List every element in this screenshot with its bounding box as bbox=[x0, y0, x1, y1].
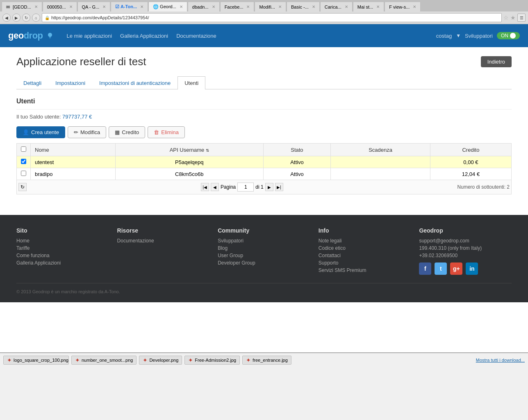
linkedin-icon[interactable]: in bbox=[466, 262, 478, 275]
footer-link-galleria[interactable]: Galleria Applicazioni bbox=[16, 260, 109, 266]
row-checkbox-1[interactable] bbox=[17, 156, 31, 168]
browser-tab-6[interactable]: dbadn... ✕ bbox=[188, 2, 220, 11]
reload-button[interactable]: ↻ bbox=[22, 14, 30, 22]
crea-utente-button[interactable]: 👤 Crea utente bbox=[16, 126, 65, 138]
footer-link-come[interactable]: Come funziona bbox=[16, 253, 109, 258]
tab-close-5[interactable]: ✕ bbox=[180, 5, 183, 9]
footer-link-codiceetico[interactable]: Codice etico bbox=[319, 245, 411, 251]
forward-button[interactable]: ▶ bbox=[12, 14, 20, 22]
footer-link-supporto[interactable]: Supporto bbox=[319, 260, 411, 266]
toggle-on[interactable]: ON bbox=[497, 32, 520, 39]
tab-close-10[interactable]: ✕ bbox=[345, 5, 348, 9]
row-1-credito: 0,00 € bbox=[430, 156, 511, 168]
googleplus-icon[interactable]: g+ bbox=[450, 262, 462, 275]
th-scadenza: Scadenza bbox=[331, 144, 430, 156]
tab-utenti[interactable]: Utenti bbox=[178, 76, 205, 89]
tab-close-11[interactable]: ✕ bbox=[376, 5, 380, 9]
download-item-2[interactable]: ✦ number_one_smoot...png bbox=[71, 356, 137, 365]
footer-link-tariffe[interactable]: Tariffe bbox=[16, 245, 109, 251]
show-all-downloads[interactable]: Mostra tutti i download... bbox=[476, 358, 525, 363]
home-button[interactable]: ⌂ bbox=[32, 14, 40, 22]
browser-tab-12[interactable]: F view-s... ✕ bbox=[385, 2, 421, 11]
tab-close-4[interactable]: ✕ bbox=[140, 5, 143, 9]
back-button-indietro[interactable]: Indietro bbox=[481, 56, 512, 67]
footer-link-devgroup[interactable]: Developer Group bbox=[218, 260, 310, 266]
select-all-checkbox[interactable] bbox=[21, 146, 26, 152]
url-bar[interactable]: 🔒 https://geodrop.com/devAppDetails/1234… bbox=[42, 13, 502, 22]
footer-col-risorse: Risorse Documentazione bbox=[117, 227, 210, 275]
tab-label-2: 000050... bbox=[47, 5, 66, 9]
tab-auth[interactable]: Impostazioni di autenticazione bbox=[92, 76, 178, 89]
elimina-button[interactable]: 🗑 Elimina bbox=[148, 126, 185, 138]
footer-link-documentazione[interactable]: Documentazione bbox=[117, 238, 210, 244]
balance-value[interactable]: 797737,77 € bbox=[62, 114, 92, 120]
nav-links: Le mie applicazioni Galleria Applicazion… bbox=[67, 33, 424, 39]
row-2-stato: Attivo bbox=[263, 168, 331, 180]
row-2-checkbox[interactable] bbox=[21, 171, 26, 176]
tab-close-1[interactable]: ✕ bbox=[34, 5, 38, 9]
footer-link-sviluppatori[interactable]: Sviluppatori bbox=[218, 238, 310, 244]
refresh-button[interactable]: ↻ bbox=[18, 183, 27, 191]
table-footer-center: |◀ ◀ Pagina 1 di 1 ▶ ▶| bbox=[201, 183, 283, 192]
bookmark-star-icon[interactable]: ☆ bbox=[503, 14, 509, 21]
table-row: utentest P5aqelqepq Attivo 0,00 € bbox=[17, 156, 512, 168]
first-page-button[interactable]: |◀ bbox=[201, 183, 209, 191]
footer-link-usergroup[interactable]: User Group bbox=[218, 253, 310, 258]
browser-chrome: ✉ [GEOD... ✕ 000050... ✕ QA - G... ✕ ☑ A… bbox=[0, 0, 528, 24]
browser-tab-10[interactable]: Carica... ✕ bbox=[320, 2, 353, 11]
modifica-button[interactable]: ✏ Modifica bbox=[68, 126, 106, 138]
nav-user[interactable]: costag bbox=[436, 33, 452, 39]
tab-close-8[interactable]: ✕ bbox=[278, 5, 282, 9]
row-checkbox-2[interactable] bbox=[17, 168, 31, 180]
download-item-1[interactable]: ✦ logo_square_crop_100.png bbox=[3, 356, 69, 365]
tab-impostazioni[interactable]: Impostazioni bbox=[48, 76, 92, 89]
nav-user-dropdown-icon[interactable]: ▼ bbox=[456, 33, 461, 39]
tab-close-7[interactable]: ✕ bbox=[246, 5, 250, 9]
footer-link-home[interactable]: Home bbox=[16, 238, 109, 244]
download-file-icon-4: ✦ bbox=[188, 357, 193, 363]
browser-tab-3[interactable]: QA - G... ✕ bbox=[77, 2, 111, 11]
nav-link-docs[interactable]: Documentazione bbox=[176, 33, 216, 39]
next-page-button[interactable]: ▶ bbox=[265, 183, 273, 191]
download-item-4[interactable]: ✦ Free-Admission2.jpg bbox=[184, 356, 240, 365]
toolbar-btn-1[interactable]: ☰ bbox=[517, 14, 526, 22]
browser-tab-11[interactable]: Mai st... ✕ bbox=[353, 2, 385, 11]
browser-tab-4[interactable]: ☑ A-Ton... ✕ bbox=[111, 2, 148, 11]
prev-page-button[interactable]: ◀ bbox=[211, 183, 219, 191]
row-1-checkbox[interactable] bbox=[21, 159, 26, 164]
tab-close-6[interactable]: ✕ bbox=[212, 5, 215, 9]
facebook-icon[interactable]: f bbox=[419, 262, 431, 275]
footer-link-notelegali[interactable]: Note legali bbox=[319, 238, 411, 244]
sort-icon[interactable]: ⇅ bbox=[206, 148, 209, 153]
nav-link-gallery[interactable]: Galleria Applicazioni bbox=[120, 33, 168, 39]
back-button[interactable]: ◀ bbox=[2, 14, 11, 22]
twitter-icon[interactable]: t bbox=[435, 262, 447, 275]
footer-col-risorse-title: Risorse bbox=[117, 227, 210, 234]
footer-link-contattaci[interactable]: Contattaci bbox=[319, 253, 411, 258]
last-page-button[interactable]: ▶| bbox=[275, 183, 283, 191]
footer-link-blog[interactable]: Blog bbox=[218, 245, 310, 251]
top-nav: geodrop Le mie applicazioni Galleria App… bbox=[0, 24, 528, 47]
browser-tab-8[interactable]: Modifi... ✕ bbox=[255, 2, 286, 11]
browser-tab-2[interactable]: 000050... ✕ bbox=[43, 2, 77, 11]
tab-close-3[interactable]: ✕ bbox=[102, 5, 106, 9]
bookmark-filled-icon[interactable]: ★ bbox=[510, 14, 516, 21]
footer-link-sms[interactable]: Servizi SMS Premium bbox=[319, 267, 411, 273]
users-table: Nome API Username ⇅ Stato Scadenza Credi… bbox=[16, 143, 512, 180]
browser-tab-9[interactable]: Basic -... ✕ bbox=[287, 2, 320, 11]
credito-button[interactable]: ▦ Credito bbox=[109, 126, 145, 138]
browser-tab-1[interactable]: ✉ [GEOD... ✕ bbox=[2, 2, 42, 11]
browser-tab-7[interactable]: Facebe... ✕ bbox=[220, 2, 255, 11]
footer-col-sito-title: Sito bbox=[16, 227, 109, 234]
nav-link-apps[interactable]: Le mie applicazioni bbox=[67, 33, 112, 39]
download-item-5[interactable]: ✦ free_entrance.jpg bbox=[242, 356, 291, 365]
page-input[interactable]: 1 bbox=[237, 183, 254, 192]
footer-phone1: 199.400.310 (only from Italy) bbox=[419, 245, 512, 251]
tab-close-12[interactable]: ✕ bbox=[413, 5, 416, 9]
tab-close-2[interactable]: ✕ bbox=[69, 5, 73, 9]
download-item-3[interactable]: ✦ Developer.png bbox=[139, 356, 182, 365]
nav-sviluppatori[interactable]: Sviluppatori bbox=[465, 33, 493, 39]
browser-tab-5[interactable]: 🌐 Geord... ✕ bbox=[148, 2, 187, 11]
tab-close-9[interactable]: ✕ bbox=[312, 5, 315, 9]
tab-dettagli[interactable]: Dettagli bbox=[16, 76, 48, 89]
